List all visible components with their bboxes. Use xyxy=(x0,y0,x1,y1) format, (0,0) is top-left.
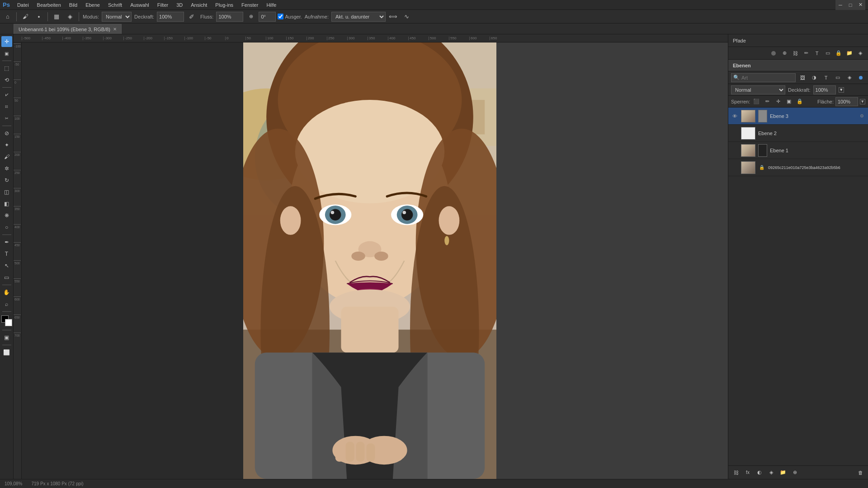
pen-tool[interactable]: ✒ xyxy=(1,237,12,248)
eyedropper-tool[interactable]: ⊘ xyxy=(1,128,12,139)
layer-visibility-icon[interactable]: 👁 xyxy=(731,130,738,137)
close-button[interactable]: ✕ xyxy=(855,0,865,10)
layer-item[interactable]: 👁 🔒 09265c211e010a725e3ba4623a92b5b6 xyxy=(728,159,868,176)
panel-lock-icon[interactable]: 🔒 xyxy=(834,48,844,58)
path-select-tool[interactable]: ↖ xyxy=(1,260,12,271)
pressure-icon[interactable]: ◈ xyxy=(64,11,76,23)
color-picker[interactable] xyxy=(1,315,12,326)
minimize-button[interactable]: ─ xyxy=(835,0,845,10)
brush-size-icon[interactable]: ● xyxy=(33,11,45,23)
eraser-tool[interactable]: ◫ xyxy=(1,187,12,197)
layer-kind-adjust-icon[interactable]: ◑ xyxy=(809,73,819,83)
layer-fx-icon[interactable]: fx xyxy=(743,468,753,478)
layer-link-icon[interactable]: ⛓ xyxy=(731,468,741,478)
fluss-input[interactable] xyxy=(216,12,243,22)
layer-visibility-icon[interactable]: 👁 xyxy=(731,147,738,154)
artboard-tool[interactable]: ▣ xyxy=(1,48,12,59)
layer-kind-photo-icon[interactable]: 🖼 xyxy=(797,73,807,83)
maximize-button[interactable]: □ xyxy=(845,0,855,10)
lock-transparent-icon[interactable]: ⬛ xyxy=(752,97,761,106)
brush-tool[interactable]: 🖌 xyxy=(1,151,12,162)
layer-search-box[interactable]: 🔍 xyxy=(731,73,796,82)
menu-bild[interactable]: Bild xyxy=(66,1,81,9)
lock-position-icon[interactable]: ✛ xyxy=(774,97,783,106)
menu-bearbeiten[interactable]: Bearbeiten xyxy=(33,1,65,9)
lock-all-icon[interactable]: 🔒 xyxy=(795,97,804,106)
layer-delete-icon[interactable]: 🗑 xyxy=(855,468,865,478)
slice-tool[interactable]: ✂ xyxy=(1,113,12,124)
menu-fenster[interactable]: Fenster xyxy=(238,1,262,9)
move-tool[interactable]: ✛ xyxy=(1,36,12,47)
gradient-tool[interactable]: ◧ xyxy=(1,198,12,209)
airbrush-icon[interactable]: ✐ xyxy=(186,11,198,23)
blur-tool[interactable]: ❋ xyxy=(1,210,12,221)
deckkraft-dropdown-icon[interactable]: ▾ xyxy=(839,87,844,93)
layer-item[interactable]: 👁 Ebene 3 ⚙ xyxy=(728,108,868,125)
layer-item[interactable]: 👁 Ebene 2 xyxy=(728,125,868,142)
menu-datei[interactable]: Datei xyxy=(14,1,33,9)
angle-icon[interactable]: ⊕ xyxy=(245,11,257,23)
flaeche-dropdown-icon[interactable]: ▾ xyxy=(860,99,865,104)
deckkraft-input[interactable] xyxy=(813,85,836,94)
menu-plugins[interactable]: Plug-ins xyxy=(212,1,237,9)
smoothing-icon[interactable]: ∿ xyxy=(401,11,413,23)
canvas-work-area[interactable] xyxy=(22,42,728,479)
dodge-tool[interactable]: ○ xyxy=(1,222,12,233)
blend-mode-select[interactable]: Normal xyxy=(731,85,785,94)
layer-item[interactable]: 👁 Ebene 1 xyxy=(728,142,868,159)
layer-adjustment-icon[interactable]: ◈ xyxy=(766,468,776,478)
panel-link-icon[interactable]: ⛓ xyxy=(790,48,800,58)
panel-shape-icon[interactable]: ▭ xyxy=(823,48,833,58)
brush-tool-icon[interactable]: 🖌 xyxy=(19,11,31,23)
lock-artboards-icon[interactable]: ▣ xyxy=(784,97,793,106)
clone-tool[interactable]: ✲ xyxy=(1,163,12,174)
panel-type-icon[interactable]: T xyxy=(812,48,822,58)
layer-mask-icon[interactable]: ◐ xyxy=(755,468,764,478)
modus-select[interactable]: Normal xyxy=(102,12,132,22)
tab-close-icon[interactable]: ✕ xyxy=(113,27,117,32)
quick-mask-tool[interactable]: ▣ xyxy=(1,332,12,343)
shape-tool[interactable]: ▭ xyxy=(1,272,12,283)
symmetry-icon[interactable]: ⟺ xyxy=(387,11,399,23)
layer-search-input[interactable] xyxy=(741,75,793,80)
menu-3d[interactable]: 3D xyxy=(173,1,186,9)
layer-kind-smart-icon[interactable]: ◈ xyxy=(844,73,854,83)
spot-heal-tool[interactable]: ✦ xyxy=(1,140,12,150)
panel-folder-icon[interactable]: 📁 xyxy=(844,48,854,58)
ausger-checkbox[interactable] xyxy=(278,14,283,19)
layer-visibility-icon[interactable]: 👁 xyxy=(731,164,738,171)
layer-group-icon[interactable]: 📁 xyxy=(778,468,788,478)
layer-visibility-icon[interactable]: 👁 xyxy=(731,113,738,120)
screen-mode-tool[interactable]: ⬜ xyxy=(1,347,12,358)
angle-input[interactable] xyxy=(259,12,276,22)
layer-kind-type-icon[interactable]: T xyxy=(821,73,831,83)
menu-auswahl[interactable]: Auswahl xyxy=(127,1,153,9)
layer-settings-icon[interactable]: ⚙ xyxy=(858,113,865,120)
home-icon[interactable]: ⌂ xyxy=(2,11,14,23)
menu-ansicht[interactable]: Ansicht xyxy=(187,1,211,9)
menu-filter[interactable]: Filter xyxy=(154,1,172,9)
ausger-checkbox-label[interactable]: Ausger. xyxy=(278,14,302,19)
background-color[interactable] xyxy=(5,319,12,326)
document-tab[interactable]: Unbenannt-1 bei 109% (Ebene 3, RGB/8) ✕ xyxy=(14,24,122,34)
panel-adjust-icon[interactable]: ◈ xyxy=(855,48,865,58)
type-tool[interactable]: T xyxy=(1,249,12,259)
marquee-tool[interactable]: ⬚ xyxy=(1,63,12,74)
lasso-tool[interactable]: ⟲ xyxy=(1,75,12,85)
panel-pen-icon[interactable]: ✏ xyxy=(801,48,811,58)
menu-hilfe[interactable]: Hilfe xyxy=(263,1,280,9)
panel-new-icon[interactable]: ⊕ xyxy=(779,48,789,58)
brush-preset-icon[interactable]: ▦ xyxy=(51,11,62,23)
menu-schrift[interactable]: Schrift xyxy=(104,1,126,9)
aufnahme-select[interactable]: Akt. u. darunter xyxy=(331,12,386,22)
deckraft-input[interactable] xyxy=(157,12,184,22)
flaeche-input[interactable] xyxy=(835,97,858,106)
crop-tool[interactable]: ⌗ xyxy=(1,101,12,112)
layer-kind-shape-icon[interactable]: ▭ xyxy=(833,73,843,83)
hand-tool[interactable]: ✋ xyxy=(1,287,12,298)
quick-select-tool[interactable]: 🗸 xyxy=(1,89,12,100)
layer-new-icon[interactable]: ⊕ xyxy=(790,468,800,478)
history-tool[interactable]: ↻ xyxy=(1,175,12,186)
zoom-tool[interactable]: ⌕ xyxy=(1,299,12,310)
lock-image-icon[interactable]: ✏ xyxy=(763,97,772,106)
